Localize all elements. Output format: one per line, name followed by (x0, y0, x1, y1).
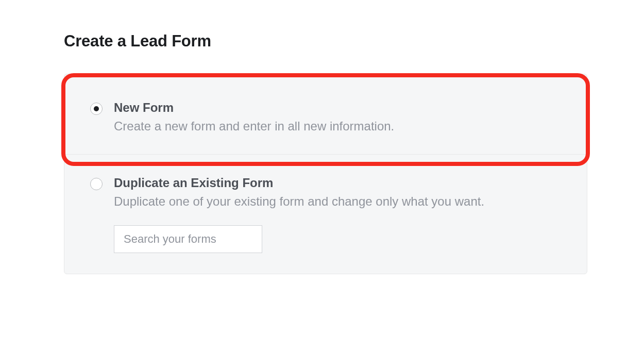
option-duplicate-form[interactable]: Duplicate an Existing Form Duplicate one… (64, 154, 587, 274)
option-duplicate-form-label: Duplicate an Existing Form (114, 175, 484, 191)
search-forms-field (114, 225, 262, 253)
options-panel: New Form Create a new form and enter in … (64, 74, 587, 274)
option-new-form-label: New Form (114, 100, 394, 115)
radio-new-form[interactable] (90, 103, 103, 115)
radio-duplicate-form[interactable] (90, 178, 103, 190)
search-forms-input[interactable] (114, 225, 262, 253)
option-duplicate-form-desc: Duplicate one of your existing form and … (114, 193, 484, 211)
option-new-form-desc: Create a new form and enter in all new i… (114, 118, 394, 136)
option-new-form[interactable]: New Form Create a new form and enter in … (64, 74, 587, 154)
page-title: Create a Lead Form (64, 32, 587, 51)
